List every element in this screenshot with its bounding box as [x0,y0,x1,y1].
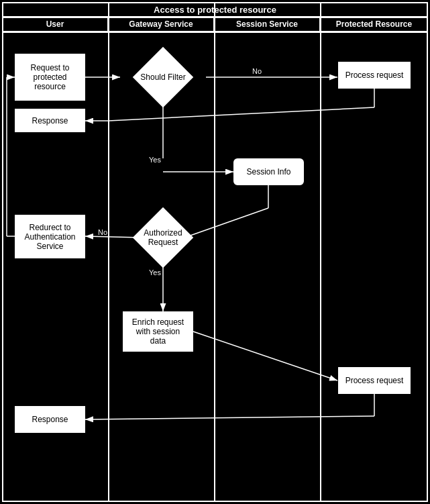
label-no-2: No [98,228,107,236]
box-process-request-1: Process request [338,62,411,89]
column-headers: User Gateway Service Session Service Pro… [3,17,427,32]
col-header-session: Session Service [215,17,321,31]
box-process-request-2: Process request [338,367,411,394]
box-redirect-auth: Redurect to Authentication Service [15,215,85,258]
diagram-container: Access to protected resource User Gatewa… [0,0,430,504]
label-no-1: No [252,67,262,75]
col-header-user: User [3,17,109,31]
label-yes-1: Yes [149,156,161,164]
box-enrich-request: Enrich request with session data [123,311,193,352]
diagram-title: Access to protected resource [154,5,276,15]
box-session-info: Session Info [233,158,304,185]
col-header-protected: Protected Resource [321,17,427,31]
diamond-authorized-request: Authorized Request [120,216,206,259]
col-header-gateway: Gateway Service [109,17,215,31]
diamond-should-filter: Should Filter [120,56,206,99]
label-yes-2: Yes [149,268,161,276]
svg-line-17 [109,107,374,121]
box-response-2: Response [15,406,85,433]
box-response-1: Response [15,109,85,132]
title-bar: Access to protected resource [3,3,427,17]
box-request-protected: Request to protected resource [15,54,85,101]
svg-line-20 [85,416,374,419]
